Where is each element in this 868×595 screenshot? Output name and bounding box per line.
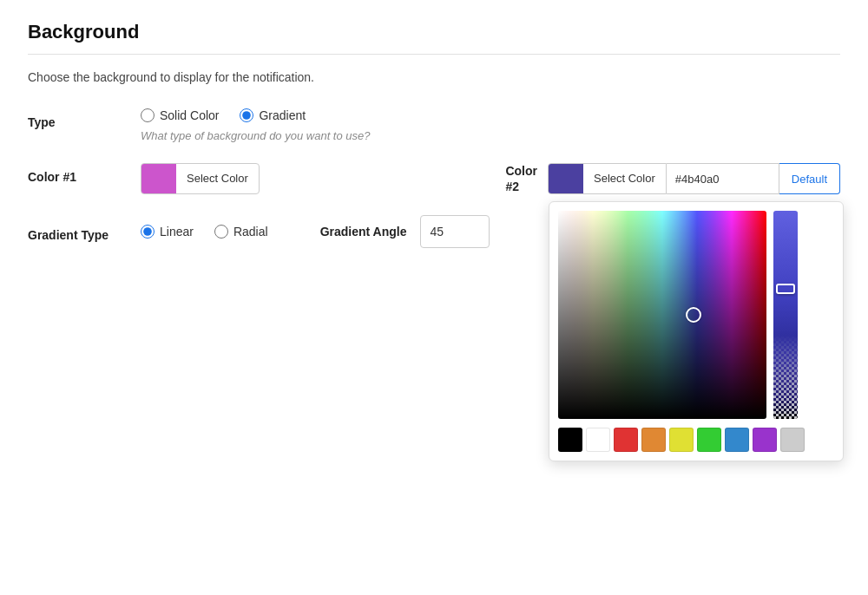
color2-select-label: Select Color	[583, 163, 666, 194]
radial-label: Radial	[233, 225, 268, 239]
color-picker-popup	[549, 201, 844, 461]
color-gradient-canvas[interactable]	[558, 211, 766, 419]
gradient-option[interactable]: Gradient	[240, 108, 306, 122]
color-row: Color #1 Select Color Color#2 Select Col…	[28, 163, 840, 194]
description: Choose the background to display for the…	[28, 70, 840, 84]
color-swatches-row	[558, 428, 834, 452]
type-radio-group: Solid Color Gradient	[141, 108, 840, 122]
gradient-angle-label: Gradient Angle	[320, 225, 407, 239]
swatch-orange[interactable]	[641, 428, 666, 452]
color1-swatch	[141, 163, 176, 194]
divider	[28, 54, 840, 55]
gradient-type-label: Gradient Type	[28, 221, 141, 242]
page-title: Background	[28, 21, 840, 43]
swatch-yellow[interactable]	[669, 428, 694, 452]
color1-select-button[interactable]: Select Color	[141, 163, 260, 194]
swatch-purple[interactable]	[753, 428, 777, 452]
type-row: Type Solid Color Gradient What type of b…	[28, 108, 840, 142]
linear-label: Linear	[160, 225, 194, 239]
color2-swatch	[549, 163, 583, 194]
hue-slider-container	[773, 211, 798, 419]
gradient-radio[interactable]	[240, 108, 253, 122]
color1-section: Color #1 Select Color	[28, 163, 505, 194]
color2-header: Color#2 Select Color Default	[505, 163, 840, 194]
radial-option[interactable]: Radial	[214, 225, 268, 239]
swatch-green[interactable]	[697, 428, 721, 452]
solid-color-radio[interactable]	[141, 108, 155, 122]
swatch-black[interactable]	[558, 428, 582, 452]
color1-select-label: Select Color	[176, 163, 259, 194]
color2-select-button[interactable]: Select Color	[548, 163, 667, 194]
gradient-label: Gradient	[259, 108, 306, 122]
color2-label: Color#2	[505, 163, 537, 194]
gradient-angle-input[interactable]	[420, 215, 490, 248]
solid-color-label: Solid Color	[160, 108, 219, 122]
type-content: Solid Color Gradient What type of backgr…	[141, 108, 840, 142]
color2-section: Color#2 Select Color Default	[505, 163, 840, 194]
hue-bar[interactable]	[773, 211, 798, 419]
swatch-blue[interactable]	[725, 428, 749, 452]
linear-option[interactable]: Linear	[141, 225, 194, 239]
type-hint: What type of background do you want to u…	[141, 129, 840, 142]
type-label: Type	[28, 108, 141, 129]
linear-radio[interactable]	[141, 225, 155, 239]
hue-handle[interactable]	[776, 284, 795, 294]
gradient-angle-section: Gradient Angle	[320, 215, 490, 248]
swatch-white[interactable]	[586, 428, 610, 452]
default-button[interactable]: Default	[779, 163, 840, 194]
swatch-red[interactable]	[614, 428, 638, 452]
radial-radio[interactable]	[214, 225, 228, 239]
solid-color-option[interactable]: Solid Color	[141, 108, 219, 122]
gradient-type-radio-group: Linear Radial	[141, 225, 268, 239]
picker-main	[558, 211, 834, 419]
swatch-light-gray[interactable]	[780, 428, 805, 452]
color2-hex-input[interactable]	[667, 163, 779, 194]
hue-overlay	[773, 211, 798, 419]
picker-cursor	[686, 307, 701, 323]
color1-label: Color #1	[28, 163, 141, 184]
